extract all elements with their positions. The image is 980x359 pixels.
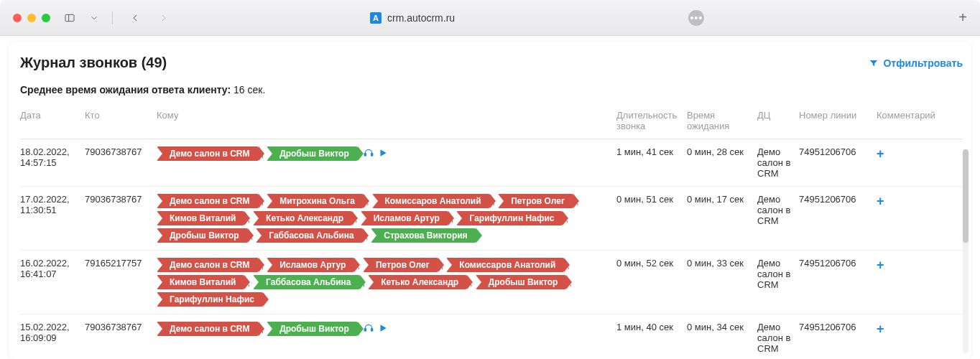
sidebar-toggle-icon[interactable] xyxy=(60,10,79,26)
cell-dc: Демо салон в CRM xyxy=(757,251,799,314)
col-date[interactable]: Дата xyxy=(20,106,85,139)
cell-who: 79165217757 xyxy=(85,251,157,314)
new-tab-icon[interactable]: + xyxy=(958,9,967,26)
route-chip[interactable]: Гарифуллин Нафис xyxy=(456,211,563,225)
call-log-panel: Журнал звонков (49) Отфильтровать Средне… xyxy=(9,42,971,359)
cell-duration: 0 мин, 51 сек xyxy=(616,187,687,251)
route-chip[interactable]: Кимов Виталий xyxy=(157,275,244,289)
address-bar[interactable]: A crm.autocrm.ru xyxy=(370,12,455,24)
route-chip[interactable]: Дробыш Виктор xyxy=(476,275,567,289)
avg-wait-value: 16 сек. xyxy=(234,84,265,95)
col-line[interactable]: Номер линии xyxy=(799,106,877,139)
route-chip[interactable]: Комиссаров Анатолий xyxy=(446,258,564,272)
cell-date: 18.02.2022, 14:57:15 xyxy=(20,139,85,187)
filter-button[interactable]: Отфильтровать xyxy=(869,57,963,69)
cell-wait: 0 мин, 17 сек xyxy=(687,187,757,251)
scrollbar[interactable] xyxy=(963,149,969,353)
cell-to: Демо салон в CRM,Митрохина Ольга,Комисса… xyxy=(157,187,616,251)
avg-wait-label: Среднее время ожидания ответа клиенту: xyxy=(20,84,231,95)
browser-chrome: A crm.autocrm.ru ••• + xyxy=(0,0,980,36)
route-chip[interactable]: Дробыш Виктор xyxy=(267,322,358,336)
cell-line: 74951206706 xyxy=(799,314,877,360)
col-who[interactable]: Кто xyxy=(85,106,157,139)
route-chip[interactable]: Петров Олег xyxy=(498,194,573,208)
reader-mode-icon[interactable]: ••• xyxy=(688,10,704,26)
col-dc[interactable]: ДЦ xyxy=(757,106,799,139)
cell-date: 16.02.2022, 16:41:07 xyxy=(20,251,85,314)
svg-marker-4 xyxy=(380,149,386,156)
route-chip[interactable]: Митрохина Ольга xyxy=(267,194,364,208)
col-comment[interactable]: Комментарий xyxy=(877,106,951,139)
filter-label: Отфильтровать xyxy=(883,57,963,69)
route-chip[interactable]: Демо салон в CRM xyxy=(157,146,259,161)
add-comment-button[interactable]: + xyxy=(877,322,884,336)
route-chip[interactable]: Петров Олег xyxy=(363,258,438,272)
cell-duration: 1 мин, 40 сек xyxy=(616,314,687,360)
svg-rect-6 xyxy=(371,328,372,331)
chevron-down-icon[interactable] xyxy=(89,10,99,26)
col-wait[interactable]: Время ожидания xyxy=(687,106,757,139)
site-favicon-icon: A xyxy=(370,12,382,24)
play-icon[interactable] xyxy=(378,323,388,335)
close-window-icon[interactable] xyxy=(13,14,22,22)
cell-date: 17.02.2022, 11:30:51 xyxy=(20,187,85,251)
forward-icon[interactable] xyxy=(154,10,173,26)
cell-dc: Демо салон в CRM xyxy=(757,139,799,187)
call-log-table: Дата Кто Кому Длительность звонка Время … xyxy=(20,106,963,359)
cell-comment: + xyxy=(877,187,951,251)
page-title: Журнал звонков (49) xyxy=(20,55,167,71)
cell-date: 15.02.2022, 16:09:09 xyxy=(20,314,85,360)
route-chip[interactable]: Кимов Виталий xyxy=(157,211,244,225)
route-chip[interactable]: Демо салон в CRM xyxy=(157,194,259,208)
route-chip[interactable]: Демо салон в CRM xyxy=(157,258,259,272)
headset-icon[interactable] xyxy=(364,323,374,335)
col-to[interactable]: Кому xyxy=(157,106,616,139)
route-chip[interactable]: Кетько Александр xyxy=(253,211,352,225)
route-chip[interactable]: Страхова Виктория xyxy=(371,228,476,243)
cell-dc: Демо салон в CRM xyxy=(757,314,799,360)
route-chip[interactable]: Комиссаров Анатолий xyxy=(372,194,490,208)
cell-comment: + xyxy=(877,139,951,187)
cell-wait: 0 мин, 28 сек xyxy=(687,139,757,187)
add-comment-button[interactable]: + xyxy=(877,146,884,161)
svg-marker-7 xyxy=(380,325,386,331)
chrome-separator xyxy=(112,11,113,24)
cell-wait: 0 мин, 33 сек xyxy=(687,251,757,314)
table-row: 16.02.2022, 16:41:07 79165217757 Демо са… xyxy=(20,251,963,314)
headset-icon[interactable] xyxy=(364,148,374,160)
cell-to: Демо салон в CRM,Дробыш Виктор xyxy=(157,139,616,187)
cell-duration: 0 мин, 52 сек xyxy=(616,251,687,314)
svg-rect-0 xyxy=(65,14,74,21)
cell-comment: + xyxy=(877,314,951,360)
cell-line: 74951206706 xyxy=(799,251,877,314)
route-chip[interactable]: Гарифуллин Нафис xyxy=(157,292,263,307)
col-duration[interactable]: Длительность звонка xyxy=(616,106,687,139)
table-row: 15.02.2022, 16:09:09 79036738767 Демо са… xyxy=(20,314,963,360)
table-row: 18.02.2022, 14:57:15 79036738767 Демо са… xyxy=(20,139,963,187)
maximize-window-icon[interactable] xyxy=(42,14,50,22)
minimize-window-icon[interactable] xyxy=(27,14,36,22)
route-chip[interactable]: Габбасова Альбина xyxy=(253,275,359,289)
cell-to: Демо салон в CRM,Исламов Артур,Петров Ол… xyxy=(157,251,616,314)
svg-rect-5 xyxy=(364,328,366,331)
route-chip[interactable]: Демо салон в CRM xyxy=(157,322,259,336)
route-chip[interactable]: Кетько Александр xyxy=(368,275,467,289)
route-chip[interactable]: Исламов Артур xyxy=(267,258,354,272)
add-comment-button[interactable]: + xyxy=(877,194,884,208)
route-chip[interactable]: Дробыш Виктор xyxy=(267,146,358,161)
avg-wait-row: Среднее время ожидания ответа клиенту: 1… xyxy=(20,84,963,95)
svg-rect-3 xyxy=(371,153,372,156)
play-icon[interactable] xyxy=(378,148,388,160)
url-text: crm.autocrm.ru xyxy=(387,12,455,24)
route-chip[interactable]: Исламов Артур xyxy=(361,211,448,225)
add-comment-button[interactable]: + xyxy=(877,258,884,272)
filter-icon xyxy=(869,58,879,68)
scrollbar-thumb[interactable] xyxy=(963,149,969,243)
cell-wait: 0 мин, 34 сек xyxy=(687,314,757,360)
route-chip[interactable]: Дробыш Виктор xyxy=(157,228,248,243)
cell-dc: Демо салон в CRM xyxy=(757,187,799,251)
route-chip[interactable]: Габбасова Альбина xyxy=(256,228,362,243)
svg-rect-2 xyxy=(364,153,366,156)
cell-to: Демо салон в CRM,Дробыш Виктор xyxy=(157,314,616,360)
back-icon[interactable] xyxy=(126,10,144,26)
